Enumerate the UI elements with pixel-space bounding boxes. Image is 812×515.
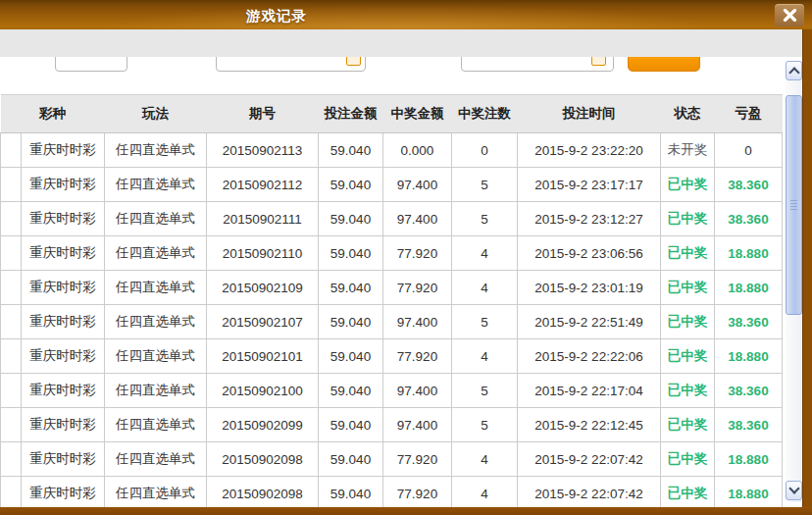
filter-bar-mask [0, 29, 802, 57]
cell-play: 任四直选单式 [105, 133, 207, 168]
cell-win-count: 4 [452, 339, 518, 374]
cell-profit: 0 [715, 133, 783, 168]
table-row: 重庆时时彩任四直选单式2015090210159.04077.92042015-… [1, 339, 783, 374]
scrollbar-thumb[interactable] [786, 95, 802, 315]
cell-spacer [1, 442, 22, 477]
cell-spacer [1, 133, 22, 168]
cell-lottery: 重庆时时彩 [22, 236, 105, 271]
scroll-down-button[interactable] [786, 481, 802, 500]
cell-status: 未开奖 [661, 133, 715, 168]
table-row: 重庆时时彩任四直选单式2015090210759.04097.40052015-… [1, 305, 783, 339]
header-status: 状态 [661, 95, 715, 133]
cell-win-amount: 0.000 [383, 133, 452, 168]
cell-win-amount: 97.400 [383, 305, 452, 339]
cell-win-count: 4 [452, 442, 518, 477]
cell-bet-time: 2015-9-2 22:17:04 [518, 374, 661, 408]
cell-lottery: 重庆时时彩 [22, 374, 105, 408]
cell-period: 20150902099 [207, 408, 319, 442]
cell-bet-amount: 59.040 [319, 271, 383, 305]
cell-status: 已中奖 [661, 305, 715, 339]
cell-status: 已中奖 [661, 477, 715, 511]
cell-profit: 18.880 [715, 442, 783, 477]
cell-spacer [1, 374, 22, 408]
cell-win-count: 5 [452, 374, 518, 408]
cell-spacer [1, 305, 22, 339]
cell-win-count: 0 [452, 133, 518, 168]
cell-status: 已中奖 [661, 271, 715, 305]
close-button[interactable] [775, 4, 804, 26]
cell-period: 20150902112 [207, 168, 319, 202]
cell-bet-time: 2015-9-2 22:12:45 [518, 408, 661, 442]
header-win-count: 中奖注数 [452, 95, 518, 133]
cell-bet-amount: 59.040 [319, 133, 383, 168]
cell-spacer [1, 271, 22, 305]
cell-period: 20150902100 [207, 374, 319, 408]
cell-bet-time: 2015-9-2 23:01:19 [518, 271, 661, 305]
cell-spacer [1, 202, 22, 236]
cell-status: 已中奖 [661, 168, 715, 202]
cell-win-amount: 97.400 [383, 202, 452, 236]
cell-profit: 38.360 [715, 202, 783, 236]
cell-profit: 18.880 [715, 236, 783, 271]
cell-spacer [1, 408, 22, 442]
vertical-scrollbar[interactable] [786, 61, 802, 502]
cell-play: 任四直选单式 [105, 236, 207, 271]
cell-play: 任四直选单式 [105, 408, 207, 442]
cell-win-amount: 97.400 [383, 168, 452, 202]
cell-status: 已中奖 [661, 339, 715, 374]
cell-win-amount: 77.920 [383, 271, 452, 305]
table-row: 重庆时时彩任四直选单式2015090211259.04097.40052015-… [1, 168, 783, 202]
cell-win-amount: 77.920 [383, 477, 452, 511]
chevron-down-icon [788, 483, 799, 493]
cell-win-count: 4 [452, 271, 518, 305]
cell-win-amount: 97.400 [383, 374, 452, 408]
cell-play: 任四直选单式 [105, 477, 207, 511]
cell-spacer [1, 236, 22, 271]
cell-win-count: 5 [452, 305, 518, 339]
cell-lottery: 重庆时时彩 [22, 168, 105, 202]
cell-lottery: 重庆时时彩 [22, 408, 105, 442]
cell-bet-time: 2015-9-2 22:07:42 [518, 442, 661, 477]
cell-profit: 18.880 [715, 271, 783, 305]
scroll-up-button[interactable] [786, 61, 802, 80]
cell-lottery: 重庆时时彩 [22, 305, 105, 339]
cell-win-amount: 77.920 [383, 339, 452, 374]
table-row: 重庆时时彩任四直选单式2015090209959.04097.40052015-… [1, 408, 783, 442]
table-row: 重庆时时彩任四直选单式2015090209859.04077.92042015-… [1, 477, 783, 511]
table-row: 重庆时时彩任四直选单式2015090210059.04097.40052015-… [1, 374, 783, 408]
table-header-row: 彩种 玩法 期号 投注金额 中奖金额 中奖注数 投注时间 状态 亏盈 [1, 95, 783, 133]
cell-lottery: 重庆时时彩 [22, 339, 105, 374]
cell-bet-time: 2015-9-2 22:22:06 [518, 339, 661, 374]
cell-win-count: 5 [452, 408, 518, 442]
cell-bet-amount: 59.040 [319, 477, 383, 511]
records-table: 彩种 玩法 期号 投注金额 中奖金额 中奖注数 投注时间 状态 亏盈 重庆时时彩… [0, 94, 783, 511]
cell-status: 已中奖 [661, 374, 715, 408]
cell-play: 任四直选单式 [105, 168, 207, 202]
cell-bet-time: 2015-9-2 22:07:42 [518, 477, 661, 511]
cell-bet-amount: 59.040 [319, 339, 383, 374]
cell-period: 20150902098 [207, 442, 319, 477]
cell-profit: 38.360 [715, 305, 783, 339]
window-frame-right [802, 29, 812, 515]
table-body: 重庆时时彩任四直选单式2015090211359.0400.00002015-9… [1, 133, 783, 511]
cell-status: 已中奖 [661, 236, 715, 271]
chevron-up-icon [788, 67, 799, 77]
cell-win-amount: 77.920 [383, 442, 452, 477]
cell-spacer [1, 477, 22, 511]
cell-period: 20150902110 [207, 236, 319, 271]
cell-bet-amount: 59.040 [319, 374, 383, 408]
cell-win-count: 5 [452, 202, 518, 236]
game-records-dialog: 游戏记录 彩种 玩法 期号 投注金额 中奖金额 [0, 0, 812, 515]
cell-status: 已中奖 [661, 202, 715, 236]
cell-bet-time: 2015-9-2 23:17:17 [518, 168, 661, 202]
header-bet-amount: 投注金额 [319, 95, 383, 133]
cell-profit: 18.880 [715, 339, 783, 374]
cell-spacer [1, 339, 22, 374]
cell-status: 已中奖 [661, 408, 715, 442]
cell-win-count: 4 [452, 236, 518, 271]
cell-status: 已中奖 [661, 442, 715, 477]
cell-play: 任四直选单式 [105, 305, 207, 339]
cell-bet-amount: 59.040 [319, 236, 383, 271]
table-row: 重庆时时彩任四直选单式2015090211359.0400.00002015-9… [1, 133, 783, 168]
cell-win-count: 5 [452, 168, 518, 202]
